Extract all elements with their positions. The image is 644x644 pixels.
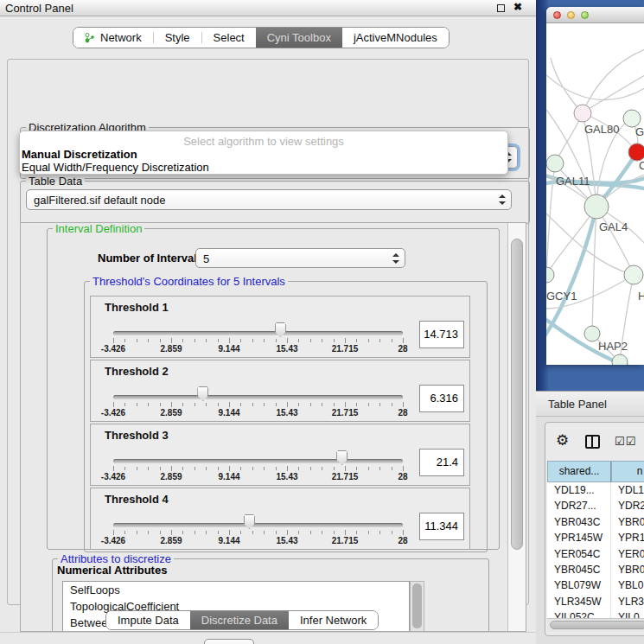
combo-stepper-icon bbox=[392, 253, 399, 264]
select-columns-checkboxes-icon[interactable]: ☑☑ bbox=[615, 435, 636, 448]
table-row[interactable]: YIL052CYIL0 bbox=[547, 609, 644, 618]
table-cell[interactable]: YBR0 bbox=[611, 562, 644, 577]
table-cell[interactable]: YBL079W bbox=[547, 577, 611, 593]
table-cell[interactable]: YDR2 bbox=[611, 498, 644, 513]
table-cell[interactable]: YER054C bbox=[547, 546, 611, 562]
table-row[interactable]: YER054CYER0 bbox=[547, 546, 644, 562]
network-canvas[interactable]: GAL80GAGAL11CGAL4GCY1HHAP2 bbox=[546, 23, 644, 365]
minimize-traffic-light-icon[interactable] bbox=[567, 11, 575, 19]
threshold-value-field[interactable]: 6.316 bbox=[419, 385, 464, 412]
slider-track[interactable] bbox=[113, 395, 403, 399]
table-column-header[interactable]: n bbox=[611, 461, 644, 482]
table-cell[interactable]: YLR3 bbox=[611, 594, 644, 609]
table-row[interactable]: YBR043CYBR0 bbox=[547, 514, 644, 530]
table-cell[interactable]: YIL0 bbox=[611, 609, 644, 618]
attributes-list-scrollbar[interactable] bbox=[410, 581, 424, 632]
network-node[interactable] bbox=[546, 155, 564, 172]
tick-label: 21.715 bbox=[332, 344, 359, 354]
settings-gear-icon[interactable]: ⚙ bbox=[556, 431, 569, 450]
tab-select[interactable]: Select bbox=[202, 28, 256, 48]
tab-label: jActiveMNodules bbox=[354, 31, 437, 44]
tab-label: Impute Data bbox=[118, 614, 179, 627]
table-cell[interactable]: YBR043C bbox=[547, 514, 611, 530]
tab-infer-network[interactable]: Infer Network bbox=[289, 611, 378, 629]
network-node-label: GAL11 bbox=[556, 175, 590, 188]
threshold-value-field[interactable]: 11.344 bbox=[419, 513, 464, 540]
threshold-value-field[interactable]: 14.713 bbox=[419, 321, 464, 348]
table-cell[interactable]: YPR1 bbox=[611, 530, 644, 545]
table-cell[interactable]: YPR145W bbox=[547, 530, 611, 545]
slider-track[interactable] bbox=[113, 523, 403, 527]
dropdown-option-equal-width-frequency[interactable]: Equal Width/Frequency Discretization bbox=[22, 161, 209, 174]
table-cell[interactable]: YIL052C bbox=[547, 609, 611, 618]
close-icon[interactable]: ✖ bbox=[513, 1, 522, 13]
table-cell[interactable]: YER0 bbox=[611, 546, 644, 562]
network-node-label: GAL4 bbox=[599, 220, 628, 233]
slider-tick-labels: -3.4262.8599.14415.4321.71528 bbox=[113, 536, 403, 545]
table-row[interactable]: YBL079WYBL0 bbox=[547, 577, 644, 593]
slider-track[interactable] bbox=[113, 331, 403, 335]
network-node[interactable] bbox=[584, 194, 609, 219]
number-of-intervals-combobox[interactable]: 5 bbox=[195, 248, 405, 268]
table-cell[interactable]: YDR27... bbox=[547, 498, 611, 513]
slider-tick-labels: -3.4262.8599.14415.4321.71528 bbox=[113, 472, 403, 481]
scrollbar-thumb[interactable] bbox=[511, 239, 523, 550]
table-row[interactable]: YPR145WYPR1 bbox=[547, 530, 644, 545]
bottom-tab-bar: Impute DataDiscretize DataInfer Network bbox=[105, 610, 379, 630]
network-node[interactable] bbox=[546, 267, 554, 283]
tab-label: Discretize Data bbox=[201, 614, 277, 627]
zoom-traffic-light-icon[interactable] bbox=[581, 11, 589, 19]
right-region: GAL80GAGAL11CGAL4GCY1HHAP2 Table Panel ⚙… bbox=[536, 0, 644, 644]
tick-label: 9.144 bbox=[218, 536, 239, 545]
tab-jactivemnodules[interactable]: jActiveMNodules bbox=[342, 28, 449, 48]
number-of-intervals-value: 5 bbox=[203, 252, 209, 265]
tick-label: 21.715 bbox=[332, 536, 359, 545]
column-layout-icon[interactable] bbox=[585, 435, 600, 449]
table-row[interactable]: YDL19...YDL1 bbox=[547, 482, 644, 498]
network-node[interactable] bbox=[623, 110, 641, 127]
tick-label: -3.426 bbox=[101, 408, 125, 418]
table-column-header[interactable]: shared... bbox=[547, 461, 611, 482]
attribute-list-item[interactable]: SelfLoops bbox=[63, 582, 409, 598]
tick-label: 28 bbox=[398, 536, 407, 545]
table-cell[interactable]: YBR0 bbox=[611, 514, 644, 530]
settings-vertical-scrollbar[interactable] bbox=[507, 223, 526, 631]
scrollbar-thumb[interactable] bbox=[550, 621, 644, 629]
table-row[interactable]: YBR045CYBR0 bbox=[547, 562, 644, 577]
table-row[interactable]: YLR345WYLR3 bbox=[547, 594, 644, 609]
slider-track[interactable] bbox=[113, 459, 403, 463]
network-node[interactable] bbox=[624, 265, 643, 284]
table-cell[interactable]: YDL1 bbox=[611, 482, 644, 498]
table-data-selected-value: galFiltered.sif default node bbox=[34, 194, 165, 207]
close-traffic-light-icon[interactable] bbox=[553, 11, 561, 19]
tab-style[interactable]: Style bbox=[154, 28, 201, 48]
table-cell[interactable]: YDL19... bbox=[547, 482, 611, 498]
table-cell[interactable]: YLR345W bbox=[547, 594, 611, 609]
dropdown-option-manual-discretization[interactable]: Manual Discretization bbox=[22, 148, 137, 161]
network-node[interactable] bbox=[628, 143, 644, 161]
tab-discretize-data[interactable]: Discretize Data bbox=[190, 611, 289, 629]
table-horizontal-scrollbar[interactable] bbox=[547, 618, 644, 631]
algorithm-dropdown-popup: Select algorithm to view settings Manual… bbox=[19, 131, 508, 175]
number-of-intervals-label: Number of Intervals bbox=[98, 252, 203, 265]
threshold-panel-2: Threshold 2-3.4262.8599.14415.4321.71528… bbox=[90, 360, 470, 422]
network-node-label: GAL80 bbox=[584, 123, 619, 136]
tab-impute-data[interactable]: Impute Data bbox=[106, 611, 190, 629]
network-node[interactable] bbox=[574, 105, 591, 122]
tick-label: 9.144 bbox=[218, 472, 239, 481]
threshold-label: Threshold 1 bbox=[105, 301, 169, 314]
slider-tick-labels: -3.4262.8599.14415.4321.71528 bbox=[113, 344, 403, 354]
threshold-value-field[interactable]: 21.4 bbox=[419, 449, 464, 476]
scrollbar-thumb[interactable] bbox=[412, 583, 422, 628]
table-data-combobox[interactable]: galFiltered.sif default node bbox=[26, 189, 512, 210]
tick-label: 28 bbox=[398, 408, 407, 418]
network-window: GAL80GAGAL11CGAL4GCY1HHAP2 bbox=[546, 7, 644, 365]
tab-cyni-toolbox[interactable]: Cyni Toolbox bbox=[256, 28, 342, 48]
threshold-panel-4: Threshold 4-3.4262.8599.14415.4321.71528… bbox=[90, 488, 470, 550]
float-window-icon[interactable] bbox=[497, 4, 505, 12]
tab-network[interactable]: Network bbox=[73, 28, 153, 48]
table-row[interactable]: YDR27...YDR2 bbox=[547, 498, 644, 513]
apply-button[interactable]: Apply bbox=[204, 639, 254, 644]
table-cell[interactable]: YBR045C bbox=[547, 562, 611, 577]
table-cell[interactable]: YBL0 bbox=[611, 577, 644, 593]
